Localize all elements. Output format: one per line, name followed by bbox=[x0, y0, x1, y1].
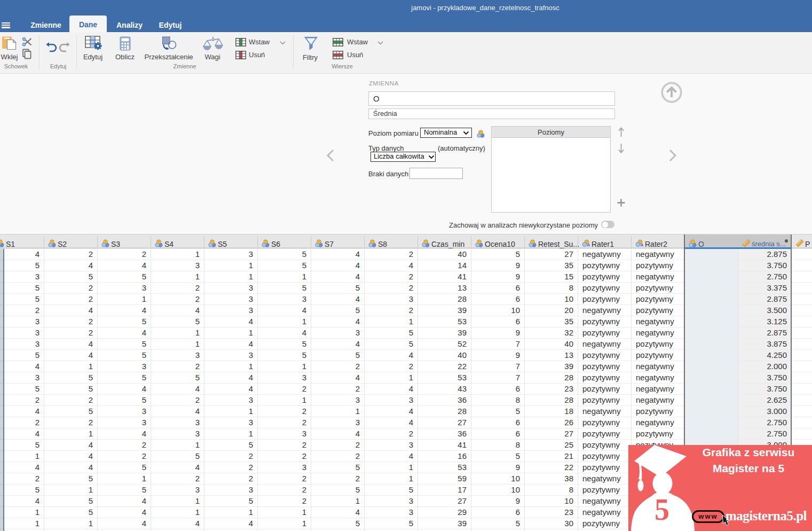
svg-text:a: a bbox=[641, 241, 644, 247]
svg-text:a: a bbox=[587, 241, 590, 247]
